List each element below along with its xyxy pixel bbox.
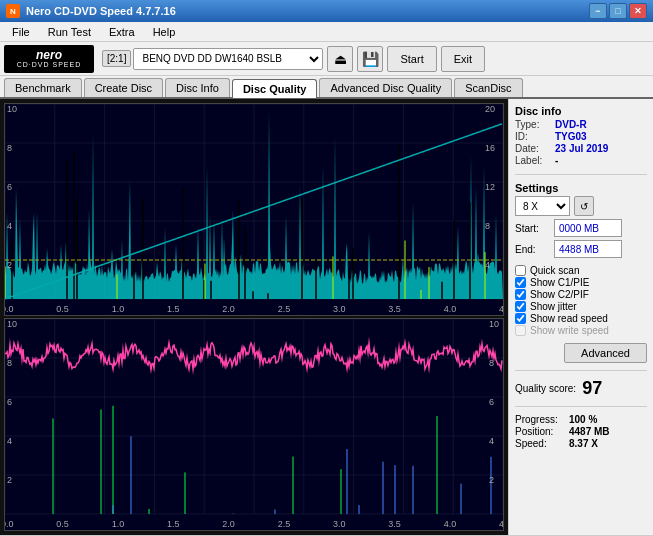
disc-id-label: ID: — [515, 131, 551, 142]
toolbar: nero CD·DVD SPEED [2:1] BENQ DVD DD DW16… — [0, 42, 653, 76]
nero-logo-text-top: nero — [36, 49, 62, 61]
show-read-speed-checkbox[interactable] — [515, 313, 526, 324]
chart-area — [0, 99, 508, 535]
start-label: Start: — [515, 223, 550, 234]
nero-logo: nero CD·DVD SPEED — [4, 45, 94, 73]
check-jitter: Show jitter — [515, 301, 647, 312]
menu-extra[interactable]: Extra — [101, 24, 143, 40]
divider-3 — [515, 406, 647, 407]
check-quick-scan: Quick scan — [515, 265, 647, 276]
save-button[interactable]: 💾 — [357, 46, 383, 72]
show-c2pif-label: Show C2/PIF — [530, 289, 589, 300]
disc-type-value: DVD-R — [555, 119, 587, 130]
check-c1pie: Show C1/PIE — [515, 277, 647, 288]
tab-scandisc[interactable]: ScanDisc — [454, 78, 522, 97]
show-jitter-checkbox[interactable] — [515, 301, 526, 312]
title-bar: N Nero CD-DVD Speed 4.7.7.16 − □ ✕ — [0, 0, 653, 22]
progress-section: Progress: 100 % Position: 4487 MB Speed:… — [515, 414, 647, 450]
disc-label-label: Label: — [515, 155, 551, 166]
show-write-speed-checkbox[interactable] — [515, 325, 526, 336]
advanced-button[interactable]: Advanced — [564, 343, 647, 363]
tab-disc-info[interactable]: Disc Info — [165, 78, 230, 97]
window-title: Nero CD-DVD Speed 4.7.7.16 — [26, 5, 176, 17]
disc-date-label: Date: — [515, 143, 551, 154]
start-button[interactable]: Start — [387, 46, 436, 72]
settings-section: Settings 8 X 4 X 2 X MAX ↺ Start: End: — [515, 182, 647, 261]
drive-dropdown[interactable]: BENQ DVD DD DW1640 BSLB — [133, 48, 323, 70]
speed-row: Speed: 8.37 X — [515, 438, 647, 449]
upper-chart — [4, 103, 504, 316]
menu-bar: File Run Test Extra Help — [0, 22, 653, 42]
show-c1pie-checkbox[interactable] — [515, 277, 526, 288]
tab-create-disc[interactable]: Create Disc — [84, 78, 163, 97]
quality-score-row: Quality score: 97 — [515, 378, 647, 399]
checkboxes-section: Quick scan Show C1/PIE Show C2/PIF Show … — [515, 265, 647, 337]
tab-advanced-disc-quality[interactable]: Advanced Disc Quality — [319, 78, 452, 97]
start-mb-row: Start: — [515, 219, 647, 237]
menu-run-test[interactable]: Run Test — [40, 24, 99, 40]
show-jitter-label: Show jitter — [530, 301, 577, 312]
position-value: 4487 MB — [569, 426, 610, 437]
tab-disc-quality[interactable]: Disc Quality — [232, 79, 318, 98]
close-button[interactable]: ✕ — [629, 3, 647, 19]
disc-id-row: ID: TYG03 — [515, 131, 647, 142]
drive-id-label: [2:1] — [102, 50, 131, 67]
settings-title: Settings — [515, 182, 647, 194]
right-panel: Disc info Type: DVD-R ID: TYG03 Date: 23… — [508, 99, 653, 535]
eject-button[interactable]: ⏏ — [327, 46, 353, 72]
speed-row: 8 X 4 X 2 X MAX ↺ — [515, 196, 647, 216]
speed-value: 8.37 X — [569, 438, 598, 449]
show-read-speed-label: Show read speed — [530, 313, 608, 324]
disc-type-row: Type: DVD-R — [515, 119, 647, 130]
disc-info-title: Disc info — [515, 105, 647, 117]
disc-type-label: Type: — [515, 119, 551, 130]
progress-label: Progress: — [515, 414, 565, 425]
divider-1 — [515, 174, 647, 175]
end-input[interactable] — [554, 240, 622, 258]
check-write-speed: Show write speed — [515, 325, 647, 336]
tab-bar: Benchmark Create Disc Disc Info Disc Qua… — [0, 76, 653, 99]
main-content: Disc info Type: DVD-R ID: TYG03 Date: 23… — [0, 99, 653, 535]
nero-logo-text-bottom: CD·DVD SPEED — [17, 61, 82, 68]
divider-2 — [515, 370, 647, 371]
show-c1pie-label: Show C1/PIE — [530, 277, 589, 288]
advanced-btn-container: Advanced — [515, 341, 647, 363]
end-label: End: — [515, 244, 550, 255]
disc-info-section: Disc info Type: DVD-R ID: TYG03 Date: 23… — [515, 105, 647, 167]
maximize-button[interactable]: □ — [609, 3, 627, 19]
disc-date-value: 23 Jul 2019 — [555, 143, 608, 154]
position-row: Position: 4487 MB — [515, 426, 647, 437]
app-icon: N — [6, 4, 20, 18]
quality-score-label: Quality score: — [515, 383, 576, 394]
progress-row: Progress: 100 % — [515, 414, 647, 425]
pi-errors-chart — [5, 104, 503, 315]
quick-scan-checkbox[interactable] — [515, 265, 526, 276]
tab-benchmark[interactable]: Benchmark — [4, 78, 82, 97]
jitter-chart — [5, 319, 503, 530]
speed-dropdown[interactable]: 8 X 4 X 2 X MAX — [515, 196, 570, 216]
start-input[interactable] — [554, 219, 622, 237]
disc-date-row: Date: 23 Jul 2019 — [515, 143, 647, 154]
check-read-speed: Show read speed — [515, 313, 647, 324]
end-mb-row: End: — [515, 240, 647, 258]
minimize-button[interactable]: − — [589, 3, 607, 19]
disc-label-row: Label: - — [515, 155, 647, 166]
drive-selector: [2:1] BENQ DVD DD DW1640 BSLB — [102, 48, 323, 70]
show-write-speed-label: Show write speed — [530, 325, 609, 336]
quick-scan-label: Quick scan — [530, 265, 579, 276]
menu-help[interactable]: Help — [145, 24, 184, 40]
lower-chart — [4, 318, 504, 531]
refresh-button[interactable]: ↺ — [574, 196, 594, 216]
position-label: Position: — [515, 426, 565, 437]
check-c2pif: Show C2/PIF — [515, 289, 647, 300]
disc-label-value: - — [555, 155, 558, 166]
disc-id-value: TYG03 — [555, 131, 587, 142]
progress-value: 100 % — [569, 414, 597, 425]
show-c2pif-checkbox[interactable] — [515, 289, 526, 300]
speed-label: Speed: — [515, 438, 565, 449]
exit-button[interactable]: Exit — [441, 46, 485, 72]
menu-file[interactable]: File — [4, 24, 38, 40]
quality-score-value: 97 — [582, 378, 602, 399]
